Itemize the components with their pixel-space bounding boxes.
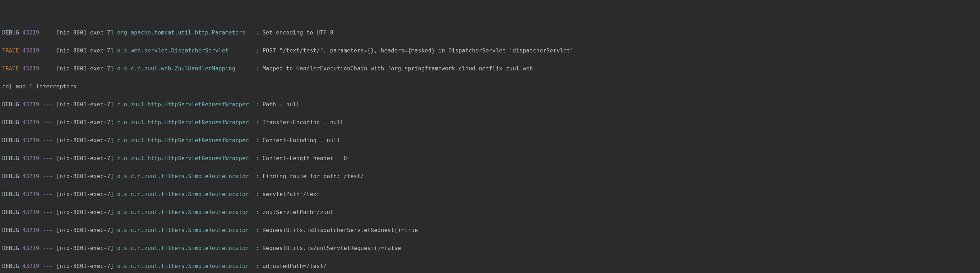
log-class: o.s.web.servlet.DispatcherServlet	[117, 48, 229, 54]
log-sep-dash: ---	[43, 65, 53, 72]
log-class: o.s.c.n.zuul.web.ZuulHandlerMapping	[117, 65, 235, 72]
log-level: DEBUG	[2, 101, 19, 108]
log-line-wrap: cd] and 1 interceptors	[2, 82, 978, 91]
log-sep-dash: ---	[43, 29, 53, 36]
log-col-pad	[249, 101, 252, 108]
log-thread: [nio-8001-exec-7]	[56, 48, 114, 54]
log-col-pad	[249, 209, 252, 216]
log-colon: :	[256, 101, 259, 108]
log-colon: :	[256, 227, 259, 233]
log-message: servletPath=/text	[262, 191, 320, 198]
log-pid: 43219	[22, 155, 39, 162]
log-message: RequestUtils.isZuulServletRequest()=fals…	[262, 245, 401, 251]
log-thread: [nio-8001-exec-7]	[56, 29, 114, 36]
log-class: c.n.zuul.http.HttpServletRequestWrapper	[117, 155, 249, 162]
log-class: o.s.c.n.zuul.filters.SimpleRouteLocator	[117, 191, 249, 198]
log-colon: :	[256, 191, 259, 198]
log-thread: [nio-8001-exec-7]	[56, 65, 114, 72]
log-col-pad	[249, 227, 252, 233]
log-col-pad	[235, 65, 252, 72]
log-sep-dash: ---	[43, 245, 53, 251]
log-colon: :	[256, 245, 259, 251]
log-pid: 43219	[22, 173, 39, 179]
log-line: DEBUG 43219 --- [nio-8001-exec-7] o.s.c.…	[2, 208, 978, 217]
log-thread: [nio-8001-exec-7]	[56, 119, 114, 126]
log-thread: [nio-8001-exec-7]	[56, 245, 114, 251]
log-sep-dash: ---	[43, 209, 53, 216]
log-colon: :	[256, 29, 259, 36]
log-colon: :	[256, 209, 259, 216]
log-colon: :	[256, 155, 259, 162]
log-class: c.n.zuul.http.HttpServletRequestWrapper	[117, 101, 249, 108]
log-message: cd] and 1 interceptors	[2, 83, 76, 90]
log-line: DEBUG 43219 --- [nio-8001-exec-7] c.n.zu…	[2, 154, 978, 163]
log-pid: 43219	[22, 245, 39, 251]
log-thread: [nio-8001-exec-7]	[56, 227, 114, 233]
log-level: DEBUG	[2, 191, 19, 198]
log-pid: 43219	[22, 101, 39, 108]
log-level: TRACE	[2, 48, 19, 54]
log-message: Mapped to HandlerExecutionChain with [or…	[262, 65, 533, 72]
log-sep-dash: ---	[43, 137, 53, 144]
log-pid: 43219	[22, 263, 39, 270]
log-thread: [nio-8001-exec-7]	[56, 173, 114, 179]
log-line: DEBUG 43219 --- [nio-8001-exec-7] o.s.c.…	[2, 244, 978, 253]
log-sep-dash: ---	[43, 48, 53, 54]
log-colon: :	[256, 48, 259, 54]
log-col-pad	[249, 137, 252, 144]
log-thread: [nio-8001-exec-7]	[56, 101, 114, 108]
log-message: POST "/text/test/", parameters={}, heade…	[262, 48, 574, 54]
log-class: c.n.zuul.http.HttpServletRequestWrapper	[117, 119, 249, 126]
log-colon: :	[256, 173, 259, 179]
log-colon: :	[256, 65, 259, 72]
log-col-pad	[229, 48, 253, 54]
log-pid: 43219	[22, 29, 39, 36]
log-line: DEBUG 43219 --- [nio-8001-exec-7] c.n.zu…	[2, 100, 978, 109]
log-col-pad	[249, 119, 252, 126]
log-line: DEBUG 43219 --- [nio-8001-exec-7] c.n.zu…	[2, 136, 978, 145]
log-level: DEBUG	[2, 173, 19, 179]
log-sep-dash: ---	[43, 101, 53, 108]
log-message: zuulServletPath=/zuul	[262, 209, 334, 216]
log-class: c.n.zuul.http.HttpServletRequestWrapper	[117, 137, 249, 144]
log-col-pad	[249, 263, 252, 270]
log-level: TRACE	[2, 65, 19, 72]
log-thread: [nio-8001-exec-7]	[56, 155, 114, 162]
log-class: o.s.c.n.zuul.filters.SimpleRouteLocator	[117, 227, 249, 233]
log-colon: :	[256, 119, 259, 126]
log-message: RequestUtils.isDispatcherServletRequest(…	[262, 227, 418, 233]
log-pid: 43219	[22, 137, 39, 144]
log-message: Finding route for path: /test/	[262, 173, 364, 179]
log-sep-dash: ---	[43, 119, 53, 126]
log-class: o.s.c.n.zuul.filters.SimpleRouteLocator	[117, 173, 249, 179]
log-level: DEBUG	[2, 155, 19, 162]
log-thread: [nio-8001-exec-7]	[56, 209, 114, 216]
log-class: o.s.c.n.zuul.filters.SimpleRouteLocator	[117, 245, 249, 251]
log-col-pad	[249, 173, 252, 179]
log-message: Content-Encoding = null	[262, 137, 340, 144]
log-class: o.s.c.n.zuul.filters.SimpleRouteLocator	[117, 209, 249, 216]
log-line: DEBUG 43219 --- [nio-8001-exec-7] o.s.c.…	[2, 262, 978, 271]
log-line: DEBUG 43219 --- [nio-8001-exec-7] c.n.zu…	[2, 118, 978, 127]
log-line: DEBUG 43219 --- [nio-8001-exec-7] org.ap…	[2, 29, 978, 37]
log-line: DEBUG 43219 --- [nio-8001-exec-7] o.s.c.…	[2, 190, 978, 199]
log-class: o.s.c.n.zuul.filters.SimpleRouteLocator	[117, 263, 249, 270]
log-message: Transfer-Encoding = null	[262, 119, 344, 126]
log-colon: :	[256, 137, 259, 144]
log-colon: :	[256, 263, 259, 270]
log-class: org.apache.tomcat.util.http.Parameters	[117, 29, 246, 36]
log-col-pad	[249, 245, 252, 251]
log-level: DEBUG	[2, 227, 19, 233]
log-thread: [nio-8001-exec-7]	[56, 263, 114, 270]
log-pid: 43219	[22, 191, 39, 198]
log-level: DEBUG	[2, 137, 19, 144]
log-message: Content-Length header = 0	[262, 155, 347, 162]
log-line: TRACE 43219 --- [nio-8001-exec-7] o.s.we…	[2, 46, 978, 55]
log-sep-dash: ---	[43, 191, 53, 198]
log-sep-dash: ---	[43, 263, 53, 270]
log-sep-dash: ---	[43, 227, 53, 233]
log-pid: 43219	[22, 65, 39, 72]
log-level: DEBUG	[2, 209, 19, 216]
log-thread: [nio-8001-exec-7]	[56, 137, 114, 144]
log-line: TRACE 43219 --- [nio-8001-exec-7] o.s.c.…	[2, 64, 978, 73]
